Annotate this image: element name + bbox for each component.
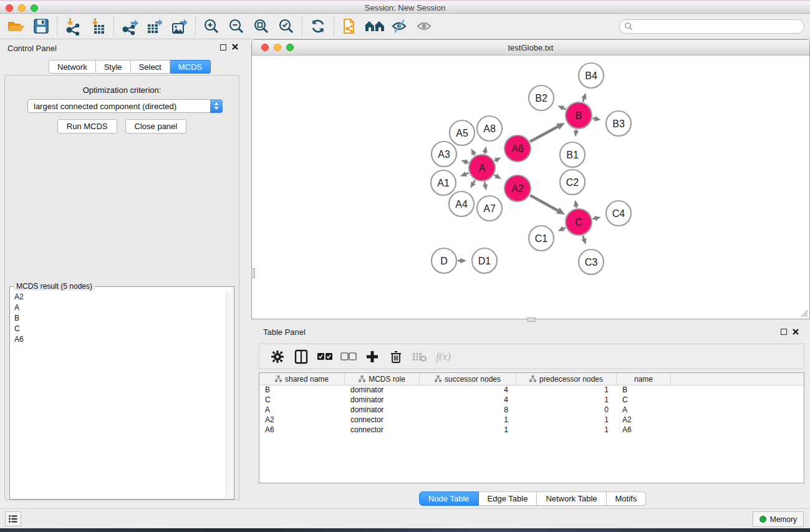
export-image-button[interactable]: [167, 16, 192, 37]
result-item[interactable]: A2: [11, 291, 225, 302]
column-header[interactable]: predecessor nodes: [516, 373, 617, 385]
splitter-handle-bottom[interactable]: [527, 317, 536, 322]
edge-arrowhead-icon: [483, 184, 488, 191]
float-panel-icon[interactable]: [220, 44, 226, 51]
table-row[interactable]: Bdominator41B: [259, 385, 804, 395]
graph-edge[interactable]: [530, 127, 557, 142]
graph-edge[interactable]: [485, 182, 485, 185]
graph-edge[interactable]: [564, 228, 566, 228]
column-header[interactable]: name: [617, 373, 671, 385]
delete-column-button[interactable]: [384, 347, 408, 366]
result-item[interactable]: C: [11, 323, 225, 334]
apply-layout-button[interactable]: [306, 16, 330, 37]
hide-selected-button[interactable]: [387, 16, 412, 37]
table-close-panel-icon[interactable]: [792, 328, 799, 336]
graph-edge[interactable]: [583, 236, 584, 239]
graph-edge[interactable]: [473, 180, 475, 183]
splitter-handle-left[interactable]: [251, 268, 255, 278]
column-header[interactable]: shared name: [259, 373, 345, 385]
graph-edge[interactable]: [466, 173, 468, 174]
graph-edge[interactable]: [474, 154, 475, 155]
show-selected-icon: [415, 18, 434, 34]
graph-edge[interactable]: [467, 162, 469, 163]
show-all-button[interactable]: [362, 16, 387, 37]
graph-edge[interactable]: [563, 108, 566, 109]
optimization-criterion-label: Optimization criterion:: [5, 85, 239, 95]
status-bar: Memory: [0, 508, 810, 528]
save-session-icon: [33, 18, 49, 34]
zoom-fit-button[interactable]: [249, 16, 274, 37]
result-item[interactable]: A: [11, 302, 225, 312]
column-type-icon: [435, 375, 441, 382]
show-column-button[interactable]: [289, 347, 313, 366]
deselect-all-button[interactable]: [337, 347, 360, 366]
table-float-panel-icon[interactable]: [781, 329, 787, 335]
search-input[interactable]: [619, 19, 804, 34]
tab-style[interactable]: Style: [96, 60, 131, 74]
dropdown-stepper[interactable]: [210, 99, 223, 113]
table-row[interactable]: A6connector11A6: [259, 425, 804, 435]
table-panel-tabs: Node TableEdge TableNetwork TableMotifs: [419, 491, 646, 506]
node-label: C1: [535, 233, 548, 244]
import-table-button[interactable]: [85, 16, 110, 37]
main-toolbar: [0, 14, 810, 39]
table-options-button[interactable]: [266, 347, 289, 366]
import-network-button[interactable]: [60, 16, 85, 37]
graph-edge[interactable]: [530, 195, 558, 211]
result-scrollbar[interactable]: [226, 291, 233, 498]
table-row[interactable]: Cdominator41C: [259, 395, 804, 405]
close-panel-button[interactable]: Close panel: [125, 119, 187, 133]
graph-edge[interactable]: [593, 118, 595, 119]
edge-arrowhead-icon: [574, 130, 579, 137]
column-header[interactable]: MCDS role: [345, 373, 420, 385]
export-table-button[interactable]: [142, 16, 167, 37]
zoom-in-button[interactable]: [199, 16, 224, 37]
tab-node-table[interactable]: Node Table: [419, 491, 479, 506]
result-item[interactable]: B: [11, 312, 225, 323]
tab-edge-table[interactable]: Edge Table: [479, 491, 538, 506]
node-label: C3: [585, 257, 598, 268]
create-column-button[interactable]: [360, 347, 384, 366]
network-graph[interactable]: B4B2BB3A5A8A6B1A3AC2A1A2A4A7CC4C1C3DD1: [252, 56, 809, 319]
edge-arrowhead-icon: [461, 160, 468, 165]
save-session-button[interactable]: [29, 16, 54, 37]
tab-network-table[interactable]: Network Table: [537, 491, 606, 506]
network-canvas[interactable]: B4B2BB3A5A8A6B1A3AC2A1A2A4A7CC4C1C3DD1: [252, 56, 809, 319]
select-all-button[interactable]: [313, 347, 337, 366]
zoom-selected-button[interactable]: [274, 16, 299, 37]
node-label: A4: [455, 199, 468, 210]
open-session-button[interactable]: [4, 16, 29, 37]
delete-table-button[interactable]: [408, 347, 432, 366]
table-row[interactable]: A2connector11A2: [259, 415, 804, 425]
table-row[interactable]: Adominator80A: [259, 405, 804, 415]
tab-motifs[interactable]: Motifs: [607, 491, 647, 506]
mcds-result-list[interactable]: A2ABCA6: [11, 291, 225, 498]
task-history-button[interactable]: [5, 511, 21, 526]
graph-edge[interactable]: [494, 160, 496, 161]
tab-network[interactable]: Network: [49, 60, 96, 74]
node-label: A: [479, 163, 486, 173]
edge-arrowhead-icon: [460, 172, 467, 177]
run-mcds-button[interactable]: Run MCDS: [57, 119, 117, 133]
show-selected-button[interactable]: [412, 16, 437, 37]
node-label: B1: [566, 150, 579, 160]
memory-button[interactable]: Memory: [753, 511, 804, 527]
export-network-button[interactable]: [117, 16, 142, 37]
node-label: C4: [612, 208, 625, 219]
table-cell: 1: [420, 415, 516, 425]
function-builder-button[interactable]: f(x): [432, 347, 455, 366]
result-item[interactable]: A6: [11, 334, 225, 344]
tab-mcds[interactable]: MCDS: [170, 60, 211, 74]
graph-edge[interactable]: [583, 99, 584, 102]
new-network-from-selection-button[interactable]: [337, 16, 362, 37]
close-panel-icon[interactable]: [231, 43, 239, 51]
graph-edge[interactable]: [494, 175, 496, 176]
table-cell: dominator: [345, 385, 420, 395]
tab-select[interactable]: Select: [131, 60, 170, 74]
column-header[interactable]: successor nodes: [420, 373, 516, 385]
graph-edge[interactable]: [592, 218, 594, 219]
resize-grip-icon[interactable]: [799, 309, 808, 317]
zoom-out-button[interactable]: [224, 16, 249, 37]
optimization-criterion-dropdown[interactable]: largest connected component (directed): [27, 99, 223, 113]
table-toolbar: f(x): [259, 344, 804, 369]
